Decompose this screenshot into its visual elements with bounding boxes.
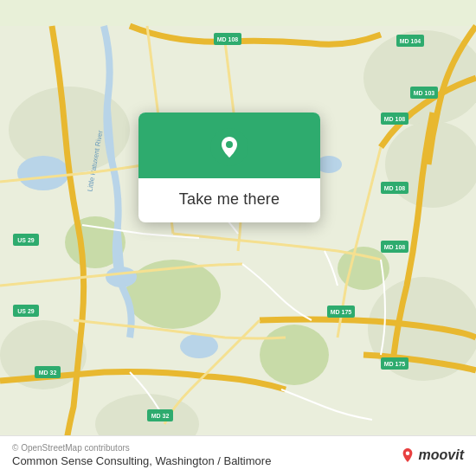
svg-text:US 29: US 29	[17, 308, 35, 314]
svg-point-11	[17, 156, 69, 190]
svg-text:MD 32: MD 32	[39, 370, 57, 376]
moovit-pin-icon	[400, 447, 415, 463]
svg-text:US 29: US 29	[17, 237, 35, 243]
svg-text:MD 108: MD 108	[384, 185, 406, 191]
svg-point-8	[260, 325, 329, 385]
take-me-there-button[interactable]: Take me there	[138, 178, 320, 222]
bottom-bar: © OpenStreetMap contributors Common Sens…	[0, 435, 476, 476]
svg-text:MD 108: MD 108	[217, 36, 239, 42]
svg-point-7	[125, 260, 221, 329]
svg-text:MD 32: MD 32	[151, 413, 170, 419]
svg-text:MD 175: MD 175	[331, 309, 352, 315]
svg-text:MD 104: MD 104	[400, 38, 421, 44]
svg-point-13	[180, 334, 218, 358]
location-pin-icon	[210, 128, 248, 166]
moovit-logo: moovit	[400, 447, 464, 463]
svg-text:MD 108: MD 108	[384, 116, 406, 122]
popup-header	[138, 113, 320, 178]
svg-text:MD 103: MD 103	[414, 90, 435, 96]
moovit-label: moovit	[419, 447, 464, 463]
svg-text:MD 175: MD 175	[384, 361, 406, 367]
svg-point-43	[405, 452, 409, 456]
svg-text:MD 108: MD 108	[384, 244, 406, 250]
map-container: Little Patuxent River	[0, 0, 476, 476]
svg-point-42	[226, 141, 233, 148]
attribution-text: © OpenStreetMap contributors	[12, 443, 271, 453]
popup-card: Take me there	[138, 113, 320, 222]
location-title: Common Sense Consulting, Washington / Ba…	[12, 454, 271, 467]
bottom-left: © OpenStreetMap contributors Common Sens…	[12, 443, 271, 467]
